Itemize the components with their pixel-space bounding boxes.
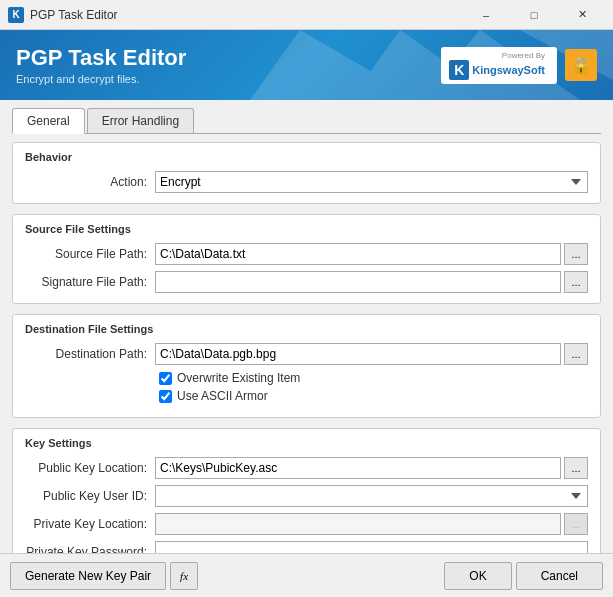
header-title-area: PGP Task Editor Encrypt and decrypt file… (16, 45, 441, 85)
overwrite-checkbox[interactable] (159, 372, 172, 385)
private-key-password-row: Private Key Password: (25, 541, 588, 553)
key-settings-section: Key Settings Public Key Location: ... Pu… (12, 428, 601, 553)
behavior-section: Behavior Action: Encrypt Decrypt Sign Ve… (12, 142, 601, 204)
lock-icon: 🔒 (565, 49, 597, 81)
destination-browse-button[interactable]: ... (564, 343, 588, 365)
behavior-section-title: Behavior (25, 151, 588, 163)
source-file-section: Source File Settings Source File Path: .… (12, 214, 601, 304)
ascii-armor-label[interactable]: Use ASCII Armor (177, 389, 268, 403)
ks-k-icon: K (449, 60, 469, 80)
private-key-location-row: Private Key Location: ... (25, 513, 588, 535)
public-key-userid-row: Public Key User ID: (25, 485, 588, 507)
signature-file-path-label: Signature File Path: (25, 275, 155, 289)
public-key-location-label: Public Key Location: (25, 461, 155, 475)
destination-path-row: Destination Path: ... (25, 343, 588, 365)
public-key-location-input[interactable] (155, 457, 561, 479)
private-key-location-label: Private Key Location: (25, 517, 155, 531)
title-bar-text: PGP Task Editor (30, 8, 463, 22)
destination-file-title: Destination File Settings (25, 323, 588, 335)
overwrite-label[interactable]: Overwrite Existing Item (177, 371, 300, 385)
public-key-location-row: Public Key Location: ... (25, 457, 588, 479)
app-header: PGP Task Editor Encrypt and decrypt file… (0, 30, 613, 100)
key-settings-title: Key Settings (25, 437, 588, 449)
source-file-browse-button[interactable]: ... (564, 243, 588, 265)
public-key-userid-select[interactable] (155, 485, 588, 507)
destination-path-input[interactable] (155, 343, 561, 365)
ascii-armor-checkbox-row: Use ASCII Armor (25, 389, 588, 403)
app-subtitle: Encrypt and decrypt files. (16, 73, 441, 85)
signature-file-path-input[interactable] (155, 271, 561, 293)
action-label: Action: (25, 175, 155, 189)
main-content: General Error Handling Behavior Action: … (0, 100, 613, 553)
private-key-password-input[interactable] (155, 541, 588, 553)
source-file-path-input[interactable] (155, 243, 561, 265)
ascii-armor-checkbox[interactable] (159, 390, 172, 403)
destination-file-section: Destination File Settings Destination Pa… (12, 314, 601, 418)
maximize-button[interactable]: □ (511, 0, 557, 30)
close-button[interactable]: ✕ (559, 0, 605, 30)
private-key-browse-button[interactable]: ... (564, 513, 588, 535)
action-row: Action: Encrypt Decrypt Sign Verify (25, 171, 588, 193)
destination-path-label: Destination Path: (25, 347, 155, 361)
private-key-location-input[interactable] (155, 513, 561, 535)
private-key-password-label: Private Key Password: (25, 545, 155, 553)
tab-general[interactable]: General (12, 108, 85, 134)
signature-file-browse-button[interactable]: ... (564, 271, 588, 293)
title-bar: K PGP Task Editor – □ ✕ (0, 0, 613, 30)
brand-name: KingswaySoft (472, 64, 545, 76)
tab-bar: General Error Handling (12, 108, 601, 134)
action-select[interactable]: Encrypt Decrypt Sign Verify (155, 171, 588, 193)
tab-error-handling[interactable]: Error Handling (87, 108, 194, 133)
brand-logo: Powered By K KingswaySoft (441, 47, 557, 84)
source-file-path-label: Source File Path: (25, 247, 155, 261)
ok-button[interactable]: OK (444, 562, 511, 590)
signature-file-path-row: Signature File Path: ... (25, 271, 588, 293)
app-icon: K (8, 7, 24, 23)
overwrite-checkbox-row: Overwrite Existing Item (25, 371, 588, 385)
powered-by-text: Powered By (502, 51, 545, 60)
cancel-button[interactable]: Cancel (516, 562, 603, 590)
public-key-userid-label: Public Key User ID: (25, 489, 155, 503)
minimize-button[interactable]: – (463, 0, 509, 30)
generate-key-pair-button[interactable]: Generate New Key Pair (10, 562, 166, 590)
source-file-path-row: Source File Path: ... (25, 243, 588, 265)
public-key-browse-button[interactable]: ... (564, 457, 588, 479)
bottom-bar: Generate New Key Pair fx OK Cancel (0, 553, 613, 597)
header-brand: Powered By K KingswaySoft 🔒 (441, 47, 597, 84)
source-file-title: Source File Settings (25, 223, 588, 235)
fx-button[interactable]: fx (170, 562, 198, 590)
app-title: PGP Task Editor (16, 45, 441, 71)
title-bar-controls: – □ ✕ (463, 0, 605, 30)
